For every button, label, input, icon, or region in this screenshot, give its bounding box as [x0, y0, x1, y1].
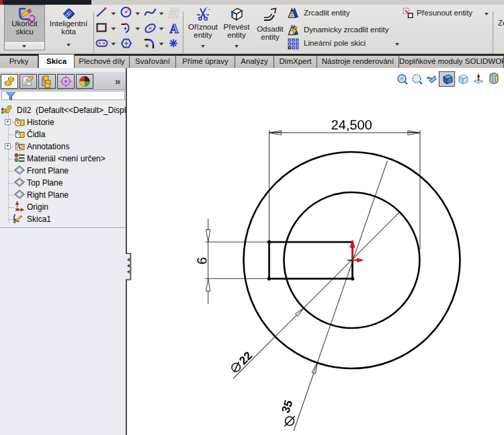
- svg-text:A: A: [169, 22, 179, 36]
- svg-text:A: A: [17, 144, 22, 151]
